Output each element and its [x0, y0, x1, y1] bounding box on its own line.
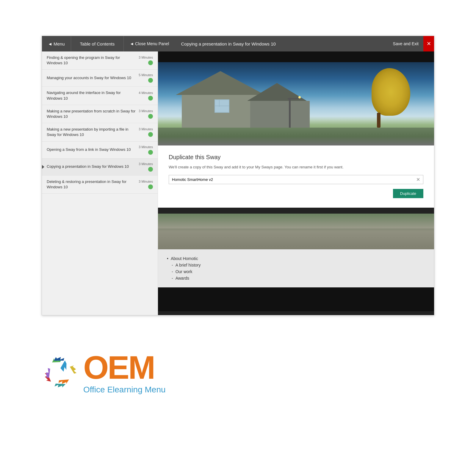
sidebar-item-1[interactable]: Managing your accounts in Sway for Windo… — [42, 70, 158, 87]
sidebar-item-dot-6 — [148, 167, 153, 172]
bottom-dark-bar — [158, 287, 434, 311]
sidebar-item-dot-1 — [148, 78, 153, 83]
logo-section: OEM Office Elearning Menu — [42, 339, 434, 406]
sidebar-item-text-4: Making a new presentation by importing a… — [47, 127, 136, 137]
sidebar-item-minutes-7: 3 Minutes — [139, 180, 153, 183]
menu-list-item-1: A brief history — [167, 262, 425, 268]
oem-logo-text: OEM Office Elearning Menu — [83, 351, 166, 394]
oem-letters: OEM — [83, 351, 166, 384]
duplicate-input-row: ✕ — [169, 175, 423, 184]
content-panel: Duplicate this Sway We'll create a copy … — [158, 51, 434, 315]
clear-input-button[interactable]: ✕ — [413, 177, 423, 182]
sidebar-item-minutes-0: 3 Minutes — [139, 56, 153, 59]
sidebar-item-5[interactable]: Opening a Sway from a link in Sway Windo… — [42, 142, 158, 159]
sidebar-item-text-1: Managing your accounts in Sway for Windo… — [47, 75, 136, 81]
sidebar-item-minutes-5: 3 Minutes — [139, 145, 153, 149]
menu-button[interactable]: ◄ Menu — [42, 36, 71, 51]
menu-list-item-2: Our work — [167, 268, 425, 275]
sidebar-item-dot-4 — [148, 132, 153, 137]
sidebar-item-minutes-1: 5 Minutes — [139, 73, 153, 77]
sidebar-item-minutes-2: 4 Minutes — [139, 91, 153, 95]
close-x-button[interactable]: ✕ — [423, 36, 434, 51]
header-bar: ◄ Menu Table of Contents ◄ Close Menu Pa… — [42, 36, 434, 51]
sidebar-item-text-5: Opening a Sway from a link in Sway Windo… — [47, 147, 136, 152]
sidebar-item-dot-3 — [148, 114, 153, 119]
duplicate-button[interactable]: Duplicate — [393, 189, 423, 198]
sidebar-item-minutes-6: 3 Minutes — [139, 162, 153, 166]
close-panel-button[interactable]: ◄ Close Menu Panel — [124, 36, 175, 51]
toc-label: Table of Contents — [71, 36, 124, 51]
duplicate-description: We'll create a copy of this Sway and add… — [169, 164, 423, 170]
app-container: ◄ Menu Table of Contents ◄ Close Menu Pa… — [42, 36, 434, 315]
sidebar-item-2[interactable]: Navigating around the interface in Sway … — [42, 87, 158, 105]
lesson-title: Copying a presentation in Sway for Windo… — [175, 41, 388, 46]
sidebar-item-dot-5 — [148, 150, 153, 155]
sidebar-item-text-0: Finding & opening the program in Sway fo… — [47, 55, 136, 66]
sidebar-item-dot-7 — [148, 184, 153, 189]
menu-list-area: About HomoticA brief historyOur workAwar… — [158, 249, 434, 287]
sidebar-item-minutes-4: 3 Minutes — [139, 127, 153, 131]
menu-list-item-3: Awards — [167, 275, 425, 281]
sidebar: Finding & opening the program in Sway fo… — [42, 51, 158, 315]
sidebar-item-7[interactable]: Deleting & restoring a presentation in S… — [42, 176, 158, 194]
active-indicator — [42, 165, 44, 169]
sidebar-item-dot-0 — [148, 60, 153, 65]
sidebar-item-text-2: Navigating around the interface in Sway … — [47, 90, 136, 101]
save-exit-button[interactable]: Save and Exit — [388, 36, 423, 51]
sidebar-item-6[interactable]: Copying a presentation in Sway for Windo… — [42, 159, 158, 176]
menu-list-item-0: About Homotic — [167, 255, 425, 262]
sidebar-item-dot-2 — [148, 96, 153, 101]
oem-arrows-icon — [42, 356, 77, 389]
sidebar-item-minutes-3: 3 Minutes — [139, 109, 153, 113]
sidebar-item-text-7: Deleting & restoring a presentation in S… — [47, 179, 136, 190]
sidebar-item-4[interactable]: Making a new presentation by importing a… — [42, 123, 158, 141]
duplicate-dialog: Duplicate this Sway We'll create a copy … — [158, 145, 434, 208]
sidebar-item-text-3: Making a new presentation from scratch i… — [47, 109, 136, 119]
oem-subtitle: Office Elearning Menu — [83, 385, 166, 394]
sidebar-item-0[interactable]: Finding & opening the program in Sway fo… — [42, 51, 158, 70]
duplicate-title: Duplicate this Sway — [169, 154, 423, 161]
menu-label: ◄ Menu — [48, 41, 65, 46]
sidebar-item-text-6: Copying a presentation in Sway for Windo… — [47, 164, 136, 169]
duplicate-name-input[interactable] — [169, 175, 413, 184]
sidebar-item-3[interactable]: Making a new presentation from scratch i… — [42, 105, 158, 123]
main-content: Finding & opening the program in Sway fo… — [42, 51, 434, 315]
